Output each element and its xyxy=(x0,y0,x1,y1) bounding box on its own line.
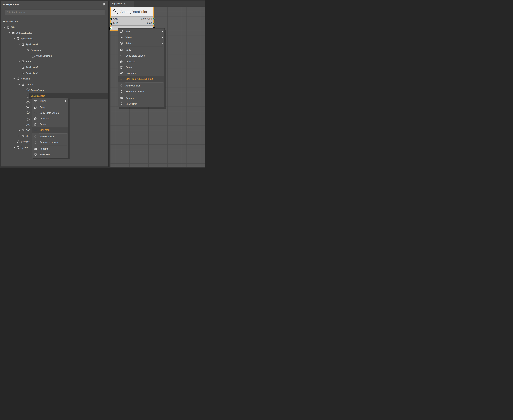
tree-item-applications[interactable]: Applications xyxy=(1,36,108,42)
tree-item-label: Application2 xyxy=(26,66,38,69)
arcs-icon xyxy=(33,111,37,115)
tab-close-icon[interactable]: X xyxy=(124,3,125,5)
menu-item-add[interactable]: Add xyxy=(118,29,164,35)
tree-item-label: 192.168.1.52:88 xyxy=(16,32,32,34)
menu-item-delete[interactable]: Delete xyxy=(118,64,164,70)
out-left-handle[interactable] xyxy=(110,18,111,20)
menu-item-rename[interactable]: Rename xyxy=(118,95,164,101)
menu-item-views[interactable]: Views xyxy=(32,98,68,104)
io-dic-icon: DIC xyxy=(26,100,30,104)
menu-item-add-extension[interactable]: Add extension xyxy=(118,83,164,89)
tree-context-menu: ViewsCopyCopy Slots ValuesDuplicateDelet… xyxy=(32,98,68,158)
bulb-icon xyxy=(119,102,123,106)
pin-icon[interactable] xyxy=(102,3,105,7)
chevron-collapsed-icon[interactable] xyxy=(17,135,21,137)
tree-item-equipment[interactable]: Equipment xyxy=(1,47,108,53)
menu-item-duplicate[interactable]: Duplicate xyxy=(32,116,68,121)
out-right-handle[interactable] xyxy=(153,18,155,20)
menu-item-show-help[interactable]: Show Help xyxy=(118,101,164,107)
menu-separator xyxy=(39,104,67,105)
menu-item-label: Add xyxy=(125,30,130,33)
rename-icon xyxy=(33,147,37,151)
tree-item-label: Application1 xyxy=(26,43,38,46)
tree-item-application3[interactable]: Application3 xyxy=(1,70,108,76)
menu-item-label: Link From 'UniversalInput' xyxy=(126,78,153,80)
menu-item-copy-slots-values[interactable]: Copy Slots Values xyxy=(32,110,68,116)
analog-point-icon: A xyxy=(113,9,118,14)
menu-item-link-mark[interactable]: Link Mark xyxy=(32,127,68,133)
tree-item-application2[interactable]: Application2 xyxy=(1,64,108,70)
menu-item-views[interactable]: Views xyxy=(118,35,164,40)
chevron-expanded-icon[interactable] xyxy=(2,27,7,28)
in16-right-handle[interactable] xyxy=(153,23,155,25)
menu-item-copy[interactable]: Copy xyxy=(32,105,68,110)
menu-item-actions[interactable]: Actions xyxy=(118,40,164,46)
copy-icon xyxy=(33,106,37,109)
addwin-icon xyxy=(119,30,123,33)
canvas-context-menu: AddViewsActionsCopyCopy Slots ValuesDupl… xyxy=(118,28,165,107)
slot-row-out[interactable]: Out 0.00 [OK] xyxy=(111,16,153,21)
tree-item-192-168-1-52-88[interactable]: 192.168.1.52:88 xyxy=(1,30,108,36)
menu-item-copy[interactable]: Copy xyxy=(118,47,164,53)
tree-item-analogoutput[interactable]: AOAnalogOutput xyxy=(1,87,108,93)
panel-title: Workspace Tree xyxy=(3,3,19,6)
chevron-expanded-icon[interactable] xyxy=(12,38,16,39)
menu-item-label: Copy xyxy=(125,49,131,52)
menu-item-label: Views xyxy=(39,99,46,102)
tree-item-label: HVAC xyxy=(26,60,32,63)
chevron-expanded-icon[interactable] xyxy=(12,78,16,79)
menu-item-add-extension[interactable]: Add extension xyxy=(32,134,68,139)
analog-data-point-block[interactable]: A AnalogDataPoint Out 0.00 [OK] In16 0.0… xyxy=(110,7,153,31)
chevron-expanded-icon[interactable] xyxy=(7,32,11,33)
slot-value: 0.00 [OK] xyxy=(141,17,152,20)
chevron-expanded-icon[interactable] xyxy=(17,84,21,85)
slot-name: Out xyxy=(113,17,118,20)
chevron-expanded-icon[interactable] xyxy=(22,50,26,51)
menu-item-rename[interactable]: Rename xyxy=(32,146,68,152)
menu-item-remove-extension[interactable]: Remove extension xyxy=(32,139,68,145)
tree-root-label: Workspace Tree xyxy=(3,20,18,22)
search-input[interactable] xyxy=(5,10,105,15)
eye-icon xyxy=(33,99,37,103)
slot-row-in16[interactable]: In16 0.00 xyxy=(111,21,153,26)
in16-left-handle[interactable] xyxy=(110,23,111,25)
duplicate-icon xyxy=(119,60,123,63)
io-ui-icon: UI xyxy=(26,94,30,98)
menu-item-link-from-universalinput-[interactable]: Link From 'UniversalInput' xyxy=(118,76,164,82)
menu-item-link-mark[interactable]: Link Mark xyxy=(118,70,164,76)
chevron-collapsed-icon[interactable] xyxy=(17,129,21,131)
chevron-expanded-icon[interactable] xyxy=(17,44,21,45)
submenu-arrow-icon xyxy=(162,37,163,38)
io-ao-icon: AO xyxy=(26,89,30,92)
tab-label: Equipment xyxy=(112,2,122,5)
arcs-icon xyxy=(119,90,123,93)
tree-item-hvac[interactable]: HVAC xyxy=(1,59,108,64)
trash-icon xyxy=(33,123,37,126)
arcs-icon xyxy=(33,135,37,138)
tree-item-application1[interactable]: Application1 xyxy=(1,42,108,47)
tree-item-networks[interactable]: Networks xyxy=(1,76,108,82)
tab-equipment[interactable]: Equipment X xyxy=(110,1,134,7)
menu-item-remove-extension[interactable]: Remove extension xyxy=(118,89,164,94)
slot-name: In16 xyxy=(113,22,118,25)
workspace-tree-header: Workspace Tree xyxy=(1,1,108,17)
menu-item-delete[interactable]: Delete xyxy=(32,121,68,127)
menu-separator xyxy=(39,145,67,146)
chevron-collapsed-icon[interactable] xyxy=(12,147,16,149)
menu-item-copy-slots-values[interactable]: Copy Slots Values xyxy=(118,53,164,59)
menu-separator xyxy=(125,46,163,47)
menu-item-label: Show Help xyxy=(39,153,51,156)
io-a-icon: A xyxy=(31,54,35,58)
tree-item-site[interactable]: Site xyxy=(1,24,108,30)
tree-item-local-io[interactable]: Local IO xyxy=(1,82,108,87)
menu-item-show-help[interactable]: Show Help xyxy=(32,152,68,158)
link-icon xyxy=(34,128,38,132)
menu-item-duplicate[interactable]: Duplicate xyxy=(118,59,164,64)
tree-item-label: Application3 xyxy=(26,72,38,75)
block-bottom-left-handle[interactable] xyxy=(109,27,112,30)
copy-icon xyxy=(119,48,123,52)
chevron-collapsed-icon[interactable] xyxy=(17,61,21,63)
tree-item-analogdatapoint[interactable]: AAnalogDataPoint xyxy=(1,53,108,59)
menu-item-label: Delete xyxy=(39,123,46,126)
tree-item-label: UniversalInput xyxy=(31,95,45,97)
